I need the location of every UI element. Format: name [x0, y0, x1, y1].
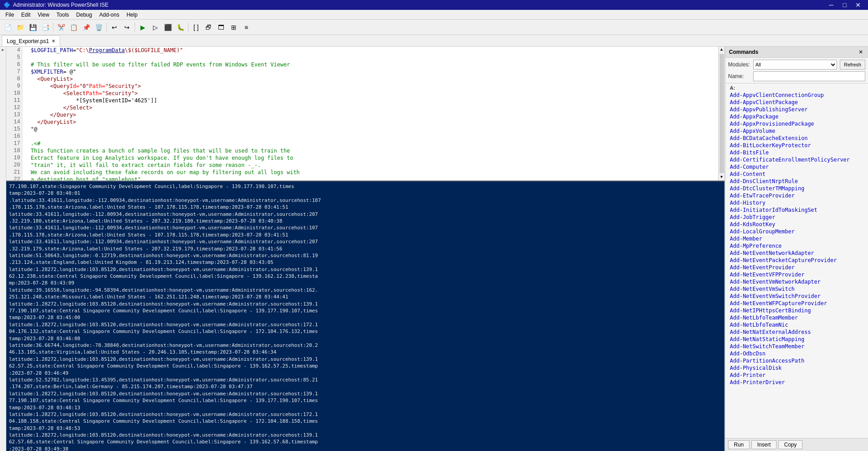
commands-close-button[interactable]: ✕ [857, 48, 864, 56]
window-button[interactable]: 🗗 [203, 22, 214, 33]
minimize-button[interactable]: ─ [825, 0, 837, 9]
cmd-item-6[interactable]: Add-BCDataCacheExtension [725, 135, 868, 142]
script-content[interactable]: $LOGFILE_PATH = "C:\ProgramData\$($LOGFI… [22, 47, 724, 180]
cmd-item-36[interactable]: Add-OdbcDsn [725, 350, 868, 357]
console-line-23: latitude:36.66744,longitude:-78.38840,de… [9, 342, 722, 349]
cmd-item-4[interactable]: Add-AppxProvisionedPackage [725, 120, 868, 127]
script-area[interactable]: 4 5 6 7 8 9 10 11 12 13 14 15 16 17 18 1… [6, 47, 724, 181]
menu-addons[interactable]: Add-ons [96, 11, 123, 19]
cmd-item-2[interactable]: Add-AppvPublishingServer [725, 106, 868, 113]
snippet-button[interactable]: [ ] [190, 22, 202, 33]
cmd-item-1[interactable]: Add-AppvClientPackage [725, 99, 868, 106]
modules-select[interactable]: All [753, 60, 837, 70]
undo-button[interactable]: ↩ [109, 22, 120, 33]
run-footer-button[interactable]: Run [728, 440, 750, 449]
console-line-15: latitude:39.16558,longitude:-94.58394,de… [9, 287, 722, 293]
cmd-item-5[interactable]: Add-AppxVolume [725, 127, 868, 135]
scroll-up-arrow[interactable]: ▲ [720, 47, 724, 53]
menu-help[interactable]: Help [123, 11, 141, 19]
cmd-item-7[interactable]: Add-BitLockerKeyProtector [725, 142, 868, 149]
run-button[interactable]: ▶ [137, 22, 148, 33]
menu-view[interactable]: View [34, 11, 53, 19]
cmd-item-13[interactable]: Add-DtcClusterTMMapping [725, 185, 868, 192]
script-scrollbar[interactable]: ▲ ▼ [718, 47, 724, 180]
copy-footer-button[interactable]: Copy [778, 440, 803, 449]
cmd-item-21[interactable]: Add-MpPreference [725, 242, 868, 250]
save-all-button[interactable]: 📑 [39, 22, 51, 33]
tab-close-icon[interactable]: ✕ [52, 39, 55, 44]
console-line-10: latitude:51.50643,longitude:-0.12719,des… [9, 252, 722, 259]
cmd-item-30[interactable]: Add-NetIPHttpsCertBinding [725, 307, 868, 314]
cmd-item-23[interactable]: Add-NetEventPacketCaptureProvider [725, 257, 868, 264]
line-num-20: 20 [6, 162, 22, 169]
console-line-21: 04.176.132,state:Central Singapore Commu… [9, 328, 722, 335]
cmd-item-22[interactable]: Add-NetEventNetworkAdapter [725, 250, 868, 257]
menu-debug[interactable]: Debug [73, 11, 96, 19]
console-line-11: .213.124,state:England,label:United King… [9, 259, 722, 266]
new-button[interactable]: 📄 [2, 22, 13, 33]
cmd-item-40[interactable]: Add-PrinterDriver [725, 379, 868, 386]
clear-button[interactable]: 🗑️ [93, 22, 105, 33]
cmd-item-14[interactable]: Add-EtwTraceProvider [725, 192, 868, 199]
scroll-down-arrow[interactable]: ▼ [720, 174, 724, 180]
commands-btn[interactable]: ≡ [240, 22, 252, 33]
cmd-item-19[interactable]: Add-LocalGroupMember [725, 228, 868, 235]
stop-button[interactable]: ⬛ [162, 22, 174, 33]
cmd-item-12[interactable]: Add-DnsClientNrptRule [725, 178, 868, 185]
console-line-2: .latitude:33.41611,longitude:-112.00934,… [9, 197, 722, 204]
cmd-item-16[interactable]: Add-InitiatorIdToMaskingSet [725, 206, 868, 214]
maximize-button[interactable]: □ [838, 0, 851, 9]
cmd-item-37[interactable]: Add-PartitionAccessPath [725, 357, 868, 364]
redo-button[interactable]: ↪ [121, 22, 133, 33]
open-button[interactable]: 📁 [14, 22, 26, 33]
close-button[interactable]: ✕ [852, 0, 864, 9]
refresh-button[interactable]: Refresh [840, 60, 865, 70]
paste-button[interactable]: 📌 [80, 22, 92, 33]
cmd-item-20[interactable]: Add-Member [725, 235, 868, 242]
cmd-item-29[interactable]: Add-NetEventWFPCaptureProvider [725, 300, 868, 307]
cmd-item-18[interactable]: Add-KdsRootKey [725, 221, 868, 228]
save-button[interactable]: 💾 [27, 22, 39, 33]
line-num-5: 5 [6, 54, 22, 61]
modules-row: Modules: All Refresh [728, 60, 865, 70]
cmd-item-10[interactable]: Add-Computer [725, 163, 868, 171]
console-line-27: :2023-07-28 03:46:49 [9, 370, 722, 377]
menu-edit[interactable]: Edit [17, 11, 34, 19]
cmd-item-28[interactable]: Add-NetEventVmSwitchProvider [725, 293, 868, 300]
line-num-21: 21 [6, 169, 22, 176]
cmd-item-25[interactable]: Add-NetEventVFPProvider [725, 271, 868, 278]
cmd-item-17[interactable]: Add-JobTrigger [725, 214, 868, 221]
copy-button[interactable]: 📋 [68, 22, 79, 33]
name-input[interactable] [753, 71, 865, 81]
commands-filters: Modules: All Refresh Name: [725, 58, 868, 83]
cmd-item-35[interactable]: Add-NetSwitchTeamMember [725, 343, 868, 350]
tab-log-exporter[interactable]: Log_Exporter.ps1 ✕ [2, 35, 60, 46]
cmd-item-24[interactable]: Add-NetEventProvider [725, 264, 868, 271]
scroll-thumb[interactable] [720, 54, 724, 173]
cmd-item-26[interactable]: Add-NetEventVmNetworkAdapter [725, 278, 868, 285]
cmd-item-38[interactable]: Add-PhysicalDisk [725, 364, 868, 372]
cmd-item-39[interactable]: Add-Printer [725, 372, 868, 379]
cmd-item-32[interactable]: Add-NetLbfoTeamNic [725, 321, 868, 328]
window2-button[interactable]: 🗖 [215, 22, 227, 33]
console-area[interactable]: 77.190.107,state:Singapore Community Dev… [6, 181, 724, 451]
debug-button[interactable]: 🐛 [174, 22, 186, 33]
cmd-item-15[interactable]: Add-History [725, 199, 868, 206]
cmd-item-11[interactable]: Add-Content [725, 171, 868, 178]
addons-button[interactable]: ⊞ [228, 22, 240, 33]
console-line-24: 46.13.105,state:Virginia,label:United St… [9, 349, 722, 355]
cmd-item-3[interactable]: Add-AppxPackage [725, 113, 868, 120]
cmd-item-9[interactable]: Add-CertificateEnrollmentPolicyServer [725, 156, 868, 163]
cut-button[interactable]: ✂️ [55, 22, 67, 33]
cmd-item-8[interactable]: Add-BitsFile [725, 149, 868, 156]
menu-file[interactable]: File [2, 11, 17, 19]
line-num-4: 4 [6, 47, 22, 54]
cmd-item-27[interactable]: Add-NetEventVmSwitch [725, 285, 868, 293]
menu-tools[interactable]: Tools [53, 11, 73, 19]
cmd-item-33[interactable]: Add-NetNatExternalAddress [725, 328, 868, 336]
run-selection-button[interactable]: ▷ [149, 22, 161, 33]
insert-footer-button[interactable]: Insert [751, 440, 776, 449]
cmd-item-34[interactable]: Add-NetNatStaticMapping [725, 336, 868, 343]
cmd-item-31[interactable]: Add-NetLbfoTeamMember [725, 314, 868, 321]
cmd-item-0[interactable]: Add-AppvClientConnectionGroup [725, 92, 868, 99]
